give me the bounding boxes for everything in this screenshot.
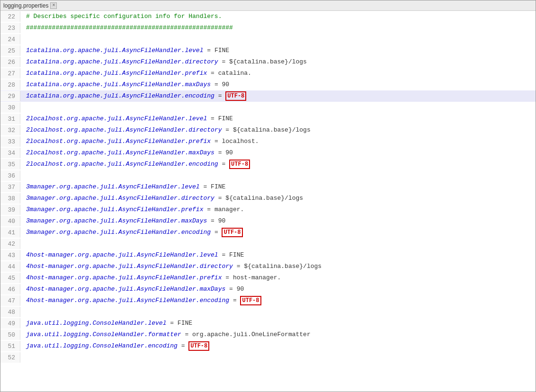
line-number: 50 [0,330,20,340]
line-46: 464host-manager.org.apache.juli.AsyncFil… [0,284,536,295]
line-30: 30 [0,102,536,113]
line-38: 383manager.org.apache.juli.AsyncFileHand… [0,193,536,204]
line-33: 332localhost.org.apache.juli.AsyncFileHa… [0,136,536,147]
line-content: 4host-manager.org.apache.juli.AsyncFileH… [20,273,281,283]
line-27: 271catalina.org.apache.juli.AsyncFileHan… [0,68,536,79]
line-content [20,170,30,181]
utf8-badge: UTF-8 [188,341,209,351]
line-number: 30 [0,102,20,113]
title-bar: logging.properties × [0,0,536,11]
utf8-badge: UTF-8 [229,160,250,169]
line-22: 22# Describes specific configuration inf… [0,11,536,22]
line-number: 33 [0,136,20,147]
line-49: 49java.util.logging.ConsoleHandler.level… [0,318,536,329]
line-45: 454host-manager.org.apache.juli.AsyncFil… [0,272,536,284]
line-34: 342localhost.org.apache.juli.AsyncFileHa… [0,147,536,159]
line-number: 40 [0,216,20,226]
line-32: 322localhost.org.apache.juli.AsyncFileHa… [0,125,536,136]
line-number: 37 [0,182,20,192]
line-24: 24 [0,34,536,45]
line-36: 36 [0,170,536,181]
editor-window: logging.properties × 22# Describes speci… [0,0,536,392]
line-content: 2localhost.org.apache.juli.AsyncFileHand… [20,136,259,147]
line-number: 23 [0,23,20,33]
line-29: 291catalina.org.apache.juli.AsyncFileHan… [0,90,536,102]
line-35: 352localhost.org.apache.juli.AsyncFileHa… [0,159,536,170]
line-number: 46 [0,284,20,294]
line-number: 38 [0,193,20,204]
code-editor: 22# Describes specific configuration inf… [0,11,536,363]
line-25: 251catalina.org.apache.juli.AsyncFileHan… [0,45,536,56]
utf8-badge: UTF-8 [222,228,242,237]
line-31: 312localhost.org.apache.juli.AsyncFileHa… [0,113,536,125]
line-number: 31 [0,114,20,124]
line-number: 22 [0,11,20,22]
tab-title: logging.properties [3,2,48,9]
line-number: 24 [0,34,20,45]
line-content: 3manager.org.apache.juli.AsyncFileHandle… [20,227,243,238]
line-number: 47 [0,295,20,306]
line-content: java.util.logging.ConsoleHandler.encodin… [20,341,209,351]
line-number: 39 [0,205,20,215]
line-50: 50java.util.logging.ConsoleHandler.forma… [0,329,536,340]
line-content [20,307,30,317]
line-content: 1catalina.org.apache.juli.AsyncFileHandl… [20,80,229,90]
line-number: 32 [0,125,20,135]
line-content: 4host-manager.org.apache.juli.AsyncFileH… [20,284,244,294]
line-number: 26 [0,57,20,67]
line-47: 474host-manager.org.apache.juli.AsyncFil… [0,295,536,306]
line-43: 434host-manager.org.apache.juli.AsyncFil… [0,249,536,261]
line-number: 51 [0,341,20,351]
line-number: 41 [0,227,20,238]
line-content: 3manager.org.apache.juli.AsyncFileHandle… [20,182,225,192]
line-number: 29 [0,91,20,101]
line-number: 49 [0,318,20,329]
line-number: 34 [0,148,20,158]
line-content: 1catalina.org.apache.juli.AsyncFileHandl… [20,91,246,101]
line-content: 3manager.org.apache.juli.AsyncFileHandle… [20,205,244,215]
line-number: 42 [0,239,20,249]
line-number: 45 [0,273,20,283]
line-23: 23######################################… [0,22,536,34]
line-content [20,239,30,249]
line-number: 48 [0,307,20,317]
line-26: 261catalina.org.apache.juli.AsyncFileHan… [0,56,536,68]
line-content: 3manager.org.apache.juli.AsyncFileHandle… [20,193,303,204]
line-39: 393manager.org.apache.juli.AsyncFileHand… [0,204,536,215]
line-number: 27 [0,68,20,79]
line-42: 42 [0,238,536,249]
line-37: 373manager.org.apache.juli.AsyncFileHand… [0,181,536,193]
line-content: java.util.logging.ConsoleHandler.formatt… [20,330,311,340]
line-content: 4host-manager.org.apache.juli.AsyncFileH… [20,295,261,306]
line-number: 44 [0,261,20,272]
line-content: ########################################… [20,23,233,33]
line-content [20,34,30,45]
line-content: 4host-manager.org.apache.juli.AsyncFileH… [20,250,244,260]
line-40: 403manager.org.apache.juli.AsyncFileHand… [0,215,536,227]
line-content [20,102,30,113]
line-number: 28 [0,80,20,90]
utf8-badge: UTF-8 [225,91,246,101]
line-content: # Describes specific configuration info … [20,11,222,22]
line-content: 1catalina.org.apache.juli.AsyncFileHandl… [20,45,229,56]
line-number: 36 [0,170,20,181]
line-content: 2localhost.org.apache.juli.AsyncFileHand… [20,114,233,124]
line-41: 413manager.org.apache.juli.AsyncFileHand… [0,227,536,238]
line-content: java.util.logging.ConsoleHandler.level =… [20,318,192,329]
line-content: 2localhost.org.apache.juli.AsyncFileHand… [20,159,250,169]
line-number: 52 [0,352,20,363]
line-content: 2localhost.org.apache.juli.AsyncFileHand… [20,125,311,135]
line-48: 48 [0,306,536,318]
line-number: 25 [0,45,20,56]
line-28: 281catalina.org.apache.juli.AsyncFileHan… [0,79,536,90]
line-content: 2localhost.org.apache.juli.AsyncFileHand… [20,148,233,158]
line-content [20,352,30,363]
line-content: 1catalina.org.apache.juli.AsyncFileHandl… [20,68,251,79]
close-button[interactable]: × [50,2,57,9]
line-44: 444host-manager.org.apache.juli.AsyncFil… [0,261,536,272]
line-number: 35 [0,159,20,169]
line-content: 4host-manager.org.apache.juli.AsyncFileH… [20,261,322,272]
utf8-badge: UTF-8 [240,296,261,305]
line-content: 1catalina.org.apache.juli.AsyncFileHandl… [20,57,307,67]
line-number: 43 [0,250,20,260]
